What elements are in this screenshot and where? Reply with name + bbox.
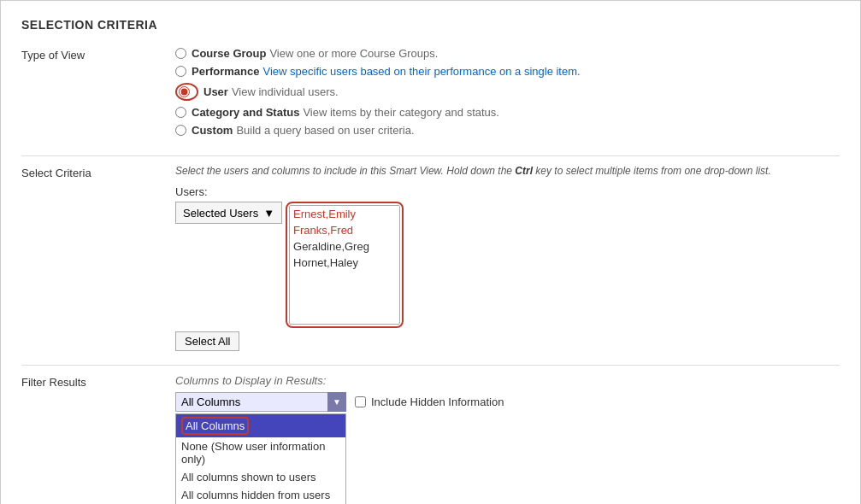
option-label-user: User: [203, 85, 228, 98]
radio-option-user[interactable]: User View individual users.: [175, 83, 840, 101]
option-label-category-status: Category and Status: [192, 106, 299, 119]
all-columns-circle: All Columns: [181, 417, 249, 435]
option-label-performance: Performance: [192, 65, 259, 78]
option-desc-custom: Build a query based on user criteria.: [236, 124, 414, 137]
radio-course-group[interactable]: [175, 48, 186, 59]
users-label: Users:: [175, 185, 840, 198]
option-desc-course-group: View one or more Course Groups.: [269, 47, 438, 60]
radio-option-custom[interactable]: Custom Build a query based on user crite…: [175, 124, 840, 137]
radio-performance[interactable]: [175, 66, 186, 77]
option-desc-performance: View specific users based on their perfo…: [262, 65, 580, 78]
select-criteria-label: Select Criteria: [21, 165, 175, 351]
list-item[interactable]: Geraldine,Greg: [290, 238, 399, 255]
type-of-view-label: Type of View: [21, 47, 175, 142]
radio-option-category-status[interactable]: Category and Status View items by their …: [175, 106, 840, 119]
select-criteria-hint: Select the users and columns to include …: [175, 165, 840, 177]
select-criteria-content: Select the users and columns to include …: [175, 165, 840, 351]
users-row: Selected Users ▼ Ernest,Emily Franks,Fre…: [175, 202, 840, 328]
option-label-custom: Custom: [192, 124, 233, 137]
include-hidden-checkbox[interactable]: [355, 396, 366, 407]
radio-user[interactable]: [179, 86, 190, 97]
dropdown-item-shown[interactable]: All columns shown to users: [176, 468, 345, 486]
columns-dropdown-list[interactable]: All Columns None (Show user information …: [175, 413, 346, 504]
select-all-button[interactable]: Select All: [175, 331, 239, 351]
dropdown-open-list: All Columns None (Show user information …: [175, 413, 840, 504]
option-label-course-group: Course Group: [192, 47, 266, 60]
option-desc-user: View individual users.: [232, 85, 339, 98]
radio-custom[interactable]: [175, 125, 186, 136]
panel-title: SELECTION CRITERIA: [21, 18, 840, 32]
include-hidden-label: Include Hidden Information: [371, 396, 504, 408]
list-item[interactable]: Hornet,Haley: [290, 255, 399, 271]
filter-results-label: Filter Results: [21, 374, 175, 504]
dropdown-item-hidden[interactable]: All columns hidden from users: [176, 486, 345, 504]
type-of-view-options: Course Group View one or more Course Gro…: [175, 47, 840, 142]
columns-row: All Columns None (Show user information …: [175, 392, 840, 412]
columns-select-wrapper: All Columns None (Show user information …: [175, 392, 346, 412]
columns-to-display-label: Columns to Display in Results:: [175, 374, 840, 387]
dropdown-arrow-icon: ▼: [263, 207, 274, 220]
dropdown-item-all-columns[interactable]: All Columns: [176, 414, 345, 437]
radio-option-performance[interactable]: Performance View specific users based on…: [175, 65, 840, 78]
dropdown-item-none[interactable]: None (Show user information only): [176, 437, 345, 468]
columns-select[interactable]: All Columns None (Show user information …: [175, 392, 346, 412]
radio-option-course-group[interactable]: Course Group View one or more Course Gro…: [175, 47, 840, 60]
users-dropdown-button[interactable]: Selected Users ▼: [175, 202, 282, 224]
list-item[interactable]: Ernest,Emily: [290, 206, 399, 222]
user-radio-circle: [175, 83, 198, 101]
radio-category-status[interactable]: [175, 107, 186, 118]
option-desc-category-status: View items by their category and status.: [303, 106, 499, 119]
include-hidden-row[interactable]: Include Hidden Information: [355, 396, 504, 408]
users-dropdown-label: Selected Users: [183, 207, 258, 220]
users-list[interactable]: Ernest,Emily Franks,Fred Geraldine,Greg …: [289, 205, 400, 325]
users-list-wrapper: Ernest,Emily Franks,Fred Geraldine,Greg …: [286, 202, 404, 328]
filter-results-content: Columns to Display in Results: All Colum…: [175, 374, 840, 504]
list-item[interactable]: Franks,Fred: [290, 222, 399, 238]
